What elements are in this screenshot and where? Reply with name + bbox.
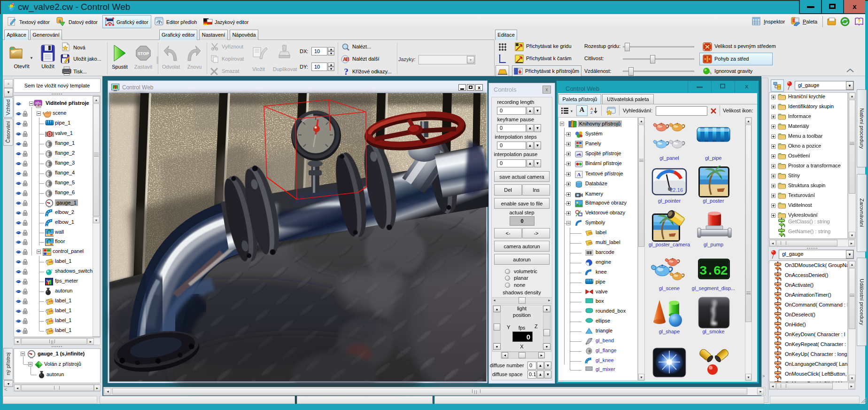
svg-text:ABC: ABC <box>48 260 55 264</box>
svg-text:3.62: 3.62 <box>699 264 728 278</box>
svg-text:ABC: ABC <box>48 329 55 333</box>
svg-text:?: ? <box>344 67 349 77</box>
svg-text:22.16: 22.16 <box>670 187 683 193</box>
svg-text:Z: Z <box>590 110 593 115</box>
svg-text:STOP: STOP <box>138 51 149 56</box>
svg-text:ABC: ABC <box>48 299 55 303</box>
svg-text:ABC: ABC <box>48 309 55 313</box>
svg-text:fps: fps <box>46 279 50 282</box>
svg-text:ABC: ABC <box>48 319 55 323</box>
svg-text:A: A <box>577 172 581 177</box>
svg-text:B: B <box>346 56 349 62</box>
svg-text:?: ? <box>858 18 861 24</box>
